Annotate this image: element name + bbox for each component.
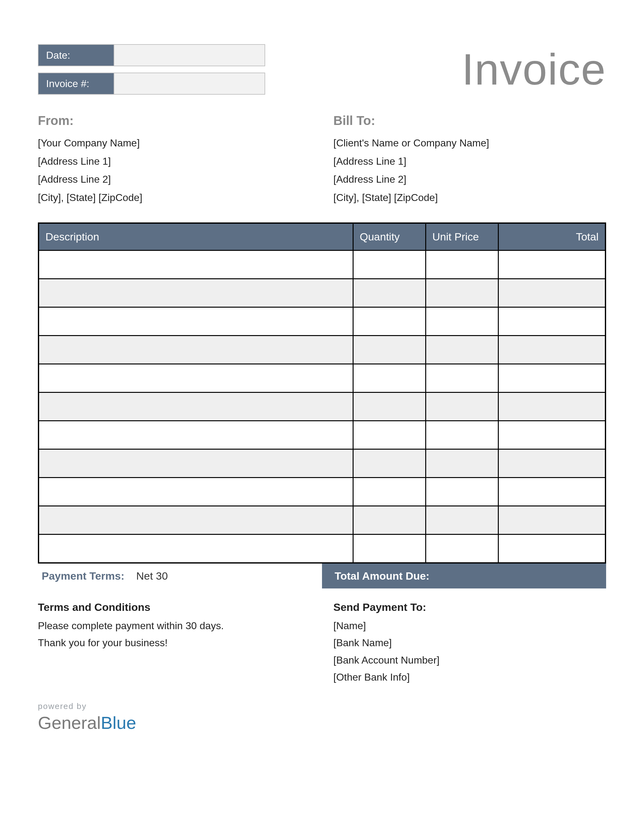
send-payment-line: [Bank Name] [333,634,606,651]
brand-block: powered by GeneralBlue [38,701,606,733]
cell-description[interactable] [39,506,353,534]
cell-description[interactable] [39,392,353,421]
from-line: [Address Line 2] [38,170,311,189]
footer-row: Terms and Conditions Please complete pay… [38,601,606,686]
terms-line: Please complete payment within 30 days. [38,617,311,634]
col-unit-price: Unit Price [425,223,498,251]
table-row [39,449,605,478]
date-field: Date: [38,44,265,66]
brand-logo: GeneralBlue [38,712,606,733]
table-row [39,307,605,336]
table-row [39,364,605,392]
cell-description[interactable] [39,251,353,279]
table-row [39,421,605,449]
cell-unit_price[interactable] [425,392,498,421]
cell-description[interactable] [39,478,353,506]
send-payment-block: Send Payment To: [Name] [Bank Name] [Ban… [333,601,606,686]
invoice-number-input[interactable] [114,73,264,94]
summary-row: Payment Terms: Net 30 Total Amount Due: [38,564,606,589]
terms-heading: Terms and Conditions [38,601,311,613]
bill-to-block: Bill To: [Client's Name or Company Name]… [333,114,606,207]
cell-total[interactable] [498,251,605,279]
cell-quantity[interactable] [353,279,425,307]
cell-total[interactable] [498,421,605,449]
cell-description[interactable] [39,336,353,364]
cell-quantity[interactable] [353,336,425,364]
cell-unit_price[interactable] [425,364,498,392]
bill-to-line: [City], [State] [ZipCode] [333,189,606,207]
invoice-number-label: Invoice #: [39,73,114,94]
meta-block: Date: Invoice #: [38,44,265,95]
invoice-number-field: Invoice #: [38,72,265,95]
invoice-page: Date: Invoice #: Invoice From: [Your Com… [38,44,606,733]
amount-due-label: Total Amount Due: [335,570,429,582]
cell-quantity[interactable] [353,534,425,563]
cell-unit_price[interactable] [425,336,498,364]
cell-unit_price[interactable] [425,534,498,563]
bill-to-line: [Address Line 2] [333,170,606,189]
powered-by-text: powered by [38,701,606,711]
cell-quantity[interactable] [353,251,425,279]
table-row [39,478,605,506]
table-row [39,279,605,307]
cell-description[interactable] [39,364,353,392]
cell-quantity[interactable] [353,506,425,534]
payment-terms-value: Net 30 [136,570,167,582]
from-heading: From: [38,114,311,128]
header-row: Date: Invoice #: Invoice [38,44,606,95]
cell-quantity[interactable] [353,421,425,449]
cell-total[interactable] [498,534,605,563]
table-header-row: Description Quantity Unit Price Total [39,223,605,251]
cell-description[interactable] [39,307,353,336]
cell-unit_price[interactable] [425,421,498,449]
cell-total[interactable] [498,478,605,506]
cell-quantity[interactable] [353,364,425,392]
cell-unit_price[interactable] [425,449,498,478]
terms-line: Thank you for your business! [38,634,311,651]
col-total: Total [498,223,605,251]
table-row [39,534,605,563]
cell-unit_price[interactable] [425,279,498,307]
cell-total[interactable] [498,279,605,307]
address-row: From: [Your Company Name] [Address Line … [38,114,606,207]
bill-to-line: [Client's Name or Company Name] [333,134,606,153]
cell-description[interactable] [39,534,353,563]
from-block: From: [Your Company Name] [Address Line … [38,114,311,207]
bill-to-heading: Bill To: [333,114,606,128]
cell-unit_price[interactable] [425,251,498,279]
cell-description[interactable] [39,421,353,449]
col-quantity: Quantity [353,223,425,251]
from-line: [Your Company Name] [38,134,311,153]
cell-total[interactable] [498,336,605,364]
page-title: Invoice [462,47,606,92]
cell-unit_price[interactable] [425,307,498,336]
send-payment-line: [Bank Account Number] [333,651,606,669]
cell-unit_price[interactable] [425,506,498,534]
send-payment-line: [Other Bank Info] [333,669,606,686]
cell-description[interactable] [39,279,353,307]
brand-name-part2: Blue [101,713,136,733]
cell-description[interactable] [39,449,353,478]
table-row [39,392,605,421]
send-payment-line: [Name] [333,617,606,634]
date-label: Date: [39,45,114,66]
cell-total[interactable] [498,364,605,392]
cell-total[interactable] [498,307,605,336]
cell-total[interactable] [498,449,605,478]
cell-unit_price[interactable] [425,478,498,506]
brand-name-part1: General [38,713,101,733]
table-row [39,506,605,534]
col-description: Description [39,223,353,251]
date-input[interactable] [114,45,264,66]
cell-total[interactable] [498,392,605,421]
cell-quantity[interactable] [353,449,425,478]
cell-quantity[interactable] [353,392,425,421]
cell-quantity[interactable] [353,307,425,336]
cell-total[interactable] [498,506,605,534]
cell-quantity[interactable] [353,478,425,506]
table-row [39,336,605,364]
table-row [39,251,605,279]
from-line: [City], [State] [ZipCode] [38,189,311,207]
payment-terms: Payment Terms: Net 30 [38,564,322,589]
payment-terms-label: Payment Terms: [42,570,124,582]
